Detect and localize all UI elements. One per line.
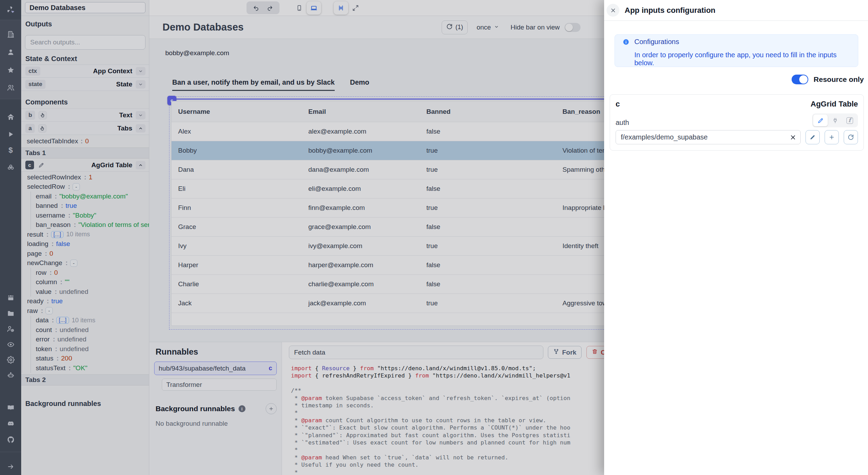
input-mode-segmented-control: f — [812, 113, 858, 127]
static-mode-button[interactable] — [813, 114, 828, 126]
drawer-title: App inputs configuration — [625, 6, 716, 15]
add-resource-button[interactable] — [825, 130, 839, 144]
component-input-card: c AgGrid Table auth f — [610, 94, 864, 151]
close-drawer-button[interactable] — [607, 4, 619, 17]
clear-resource-icon[interactable] — [790, 134, 796, 141]
configurations-info-box: Configurations In order to properly conf… — [615, 34, 858, 67]
info-body: In order to properly configure the app, … — [634, 51, 858, 67]
info-title: Configurations — [634, 38, 679, 46]
function-icon: f — [846, 117, 853, 124]
auth-field-label: auth — [616, 119, 629, 127]
info-circle-icon — [623, 39, 629, 45]
connect-mode-button[interactable] — [828, 114, 842, 126]
component-type: AgGrid Table — [811, 100, 858, 109]
component-id: c — [616, 100, 620, 109]
resource-only-label: Resource only — [813, 75, 864, 84]
edit-resource-button[interactable] — [806, 130, 820, 144]
eval-mode-button[interactable]: f — [842, 114, 857, 126]
resource-only-toggle[interactable] — [792, 75, 808, 84]
app-inputs-drawer: App inputs configuration Configurations … — [604, 0, 868, 475]
resource-path-input[interactable] — [616, 130, 801, 144]
drawer-backdrop[interactable] — [0, 0, 604, 475]
refresh-resource-button[interactable] — [844, 130, 858, 144]
